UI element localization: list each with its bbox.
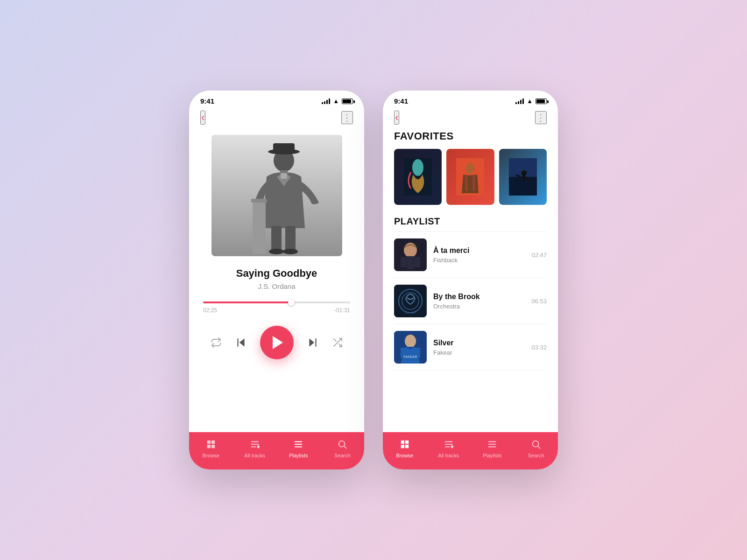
playlist-item-1[interactable]: À ta merci Fishback 02:47 [383,232,558,278]
svg-rect-23 [295,444,303,445]
track-title-1: À ta merci [433,246,525,255]
signal-icon-2 [515,98,524,104]
browse-icon-2 [400,439,410,451]
track-duration-3: 03:32 [531,344,547,351]
svg-text:FAKEAR: FAKEAR [404,355,417,358]
tab-label-playlists-2: Playlists [483,453,501,458]
svg-rect-10 [281,173,287,179]
shuffle-button[interactable] [332,337,343,348]
svg-rect-39 [414,257,420,267]
svg-rect-54 [444,444,452,445]
browse-icon-1 [206,439,216,451]
tab-playlists-2[interactable]: Playlists [471,439,514,458]
svg-rect-59 [488,444,496,445]
svg-rect-50 [405,440,409,443]
alltracks-icon-1 [250,439,260,451]
play-button[interactable] [260,326,294,359]
svg-rect-21 [258,444,259,447]
fav-card-3[interactable] [499,149,547,205]
previous-icon [235,336,247,349]
track-info-1: À ta merci Fishback [433,246,525,264]
track-artist-2: Orchestra [433,303,525,310]
status-icons-2: ▲ [515,98,547,105]
phone-browse: 9:41 ▲ ‹ ⋮ FAVORITES [383,91,558,469]
svg-rect-60 [488,446,496,447]
status-time-2: 9:41 [394,97,408,105]
svg-point-45 [405,335,416,348]
svg-point-61 [533,441,539,447]
svg-rect-15 [207,444,211,448]
svg-point-8 [283,249,298,254]
tab-search-1[interactable]: Search [320,439,364,458]
track-title: Saying Goodbye [236,267,317,280]
progress-fill [203,301,291,303]
repeat-button[interactable] [211,337,222,348]
fav-card-2[interactable] [446,149,494,205]
svg-rect-58 [488,441,496,442]
more-button-1[interactable]: ⋮ [341,111,353,124]
album-art-image [211,135,342,256]
tab-label-alltracks-1: All tracks [244,453,265,458]
tab-alltracks-2[interactable]: All tracks [427,439,471,458]
more-button-2[interactable]: ⋮ [535,111,547,124]
playlist-title: PLAYLIST [383,216,558,231]
svg-point-7 [269,249,284,254]
fav-card-inner-2 [446,149,494,205]
current-time: 02:25 [203,307,217,314]
svg-rect-19 [251,446,256,447]
track-info-2: By the Brook Orchestra [433,293,525,310]
svg-rect-12 [251,199,267,203]
progress-bar[interactable] [203,301,350,303]
fav-card-inner-3 [499,149,547,205]
status-bar-1: 9:41 ▲ [189,91,364,109]
progress-container[interactable]: 02:25 -01:31 [203,301,350,314]
tab-label-search-1: Search [334,453,351,458]
status-bar-2: 9:41 ▲ [383,91,558,109]
track-info: Saying Goodbye J.S. Ordana [236,267,317,290]
next-button[interactable] [307,336,319,349]
svg-point-25 [339,441,345,447]
tab-browse-1[interactable]: Browse [189,439,233,458]
svg-point-28 [412,159,423,176]
tab-label-browse-2: Browse [396,453,414,458]
battery-icon-2 [536,98,547,104]
back-button-1[interactable]: ‹ [200,111,205,125]
track-duration-1: 02:47 [531,252,547,259]
svg-rect-16 [211,444,215,448]
svg-rect-55 [444,446,450,447]
fav-card-1[interactable] [394,149,442,205]
album-art [211,135,342,256]
alltracks-icon-2 [444,439,454,451]
track-thumbnail-1 [394,238,427,271]
svg-rect-24 [295,446,303,447]
track-thumbnail-2: evorakia [394,285,427,317]
previous-button[interactable] [235,336,247,349]
tab-search-2[interactable]: Search [514,439,558,458]
tab-label-playlists-1: Playlists [289,453,308,458]
progress-thumb[interactable] [288,299,295,306]
status-time-1: 9:41 [200,97,214,105]
phone-player: 9:41 ▲ ‹ ⋮ [189,91,364,469]
track-artist-3: Fakear [433,349,525,356]
favorites-title: FAVORITES [383,130,558,149]
playlist-item-3[interactable]: FAKEAR Silver Fakear 03:32 [383,324,558,370]
wifi-icon: ▲ [333,98,339,105]
top-nav-2: ‹ ⋮ [383,109,558,130]
track-title-3: Silver [433,339,525,347]
tab-label-browse-1: Browse [203,453,220,458]
back-button-2[interactable]: ‹ [394,111,399,125]
track-title-2: By the Brook [433,293,525,301]
top-nav-1: ‹ ⋮ [189,109,364,130]
playlist-item-2[interactable]: evorakia By the Brook Orchestra 06:53 [383,278,558,324]
tab-browse-2[interactable]: Browse [383,439,427,458]
tab-playlists-1[interactable]: Playlists [277,439,321,458]
tab-label-alltracks-2: All tracks [438,453,459,458]
playback-controls [211,326,343,359]
svg-line-26 [344,446,346,448]
status-icons-1: ▲ [322,98,353,105]
track-info-3: Silver Fakear [433,339,525,356]
divider-4 [394,370,547,371]
tab-alltracks-1[interactable]: All tracks [233,439,277,458]
svg-rect-14 [211,440,215,443]
favorites-grid [383,149,558,216]
